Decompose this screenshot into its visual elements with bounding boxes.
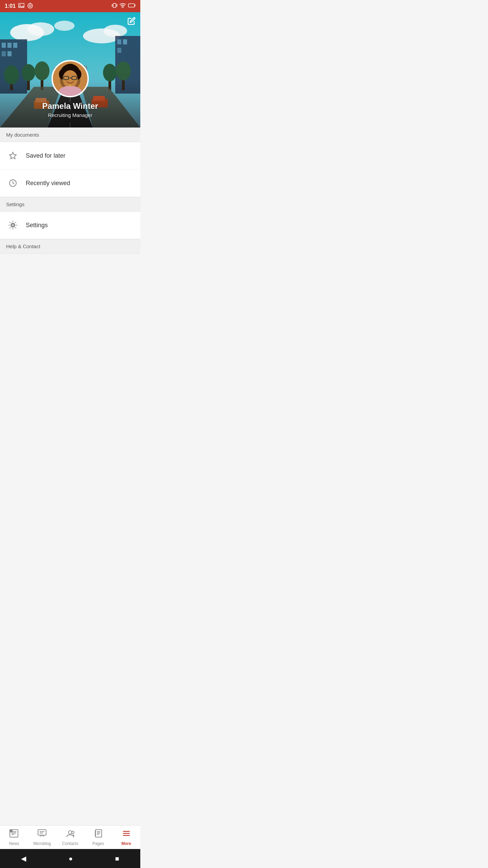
svg-point-66 <box>69 85 71 87</box>
svg-rect-5 <box>113 3 116 7</box>
svg-rect-11 <box>129 4 134 7</box>
saved-for-later-item[interactable]: Saved for later <box>0 142 140 170</box>
settings-header: Settings <box>0 197 140 212</box>
gear-icon <box>6 218 20 232</box>
my-documents-header: My documents <box>0 127 140 142</box>
settings-label: Settings <box>26 222 48 229</box>
gallery-icon <box>18 3 24 9</box>
wifi-icon <box>119 3 126 9</box>
hero-section: Pamela Winter Recruiting Manager <box>0 12 140 127</box>
status-time: 1:01 <box>5 3 16 9</box>
svg-point-1 <box>20 4 21 5</box>
svg-rect-10 <box>135 5 136 6</box>
svg-marker-67 <box>9 152 16 159</box>
profile-info: Pamela Winter Recruiting Manager <box>0 60 140 127</box>
battery-icon <box>128 3 136 9</box>
help-contact-header: Help & Contact <box>0 239 140 254</box>
menu-container: My documents Saved for later Recently vi… <box>0 127 140 254</box>
svg-point-2 <box>28 3 33 8</box>
recently-viewed-item[interactable]: Recently viewed <box>0 170 140 197</box>
avatar <box>52 60 89 97</box>
saved-for-later-label: Saved for later <box>26 152 65 159</box>
recently-viewed-label: Recently viewed <box>26 180 70 187</box>
profile-name: Pamela Winter <box>42 101 98 111</box>
edit-profile-button[interactable] <box>127 17 136 27</box>
clock-icon <box>6 176 20 190</box>
star-icon <box>6 149 20 162</box>
vibrate-icon <box>112 2 117 10</box>
profile-title: Recruiting Manager <box>48 112 93 118</box>
svg-point-8 <box>122 7 123 8</box>
svg-point-3 <box>29 5 31 7</box>
status-right-icons <box>112 2 136 10</box>
svg-point-71 <box>12 224 14 226</box>
radio-icon <box>27 3 33 10</box>
settings-item[interactable]: Settings <box>0 212 140 239</box>
status-left: 1:01 <box>5 3 33 10</box>
status-bar: 1:01 <box>0 0 140 12</box>
